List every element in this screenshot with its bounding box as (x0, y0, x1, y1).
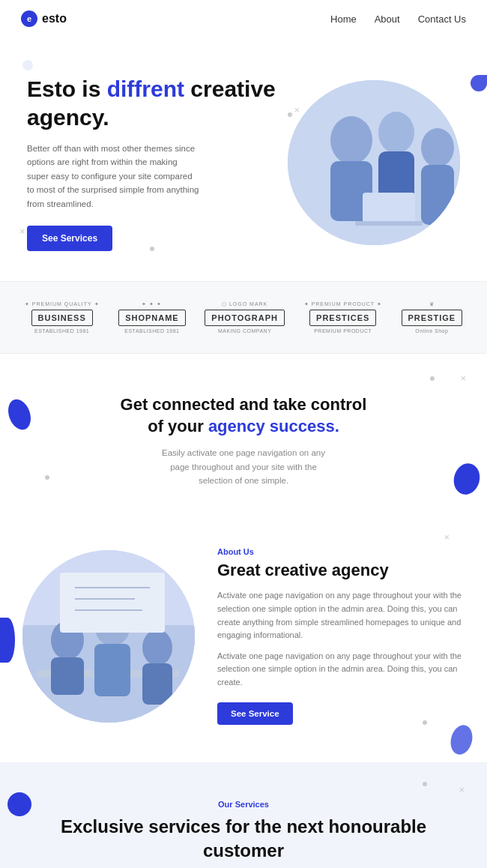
hero-cta-button[interactable]: See Services (27, 226, 112, 251)
svg-rect-7 (363, 193, 415, 223)
deco-dot-connect-2 (45, 475, 49, 480)
deco-x-services-1: × (459, 785, 465, 795)
brand-sub-1: ESTABLISHED 1981 (124, 328, 179, 334)
services-label: Our Services (22, 800, 465, 809)
svg-point-5 (421, 128, 454, 167)
svg-rect-8 (355, 221, 423, 226)
brand-name-3: PRESTICES (309, 310, 376, 326)
deco-blob-connect-right (450, 461, 483, 498)
navbar-logo[interactable]: e esto (21, 10, 67, 27)
deco-dot-services-1 (423, 782, 427, 786)
deco-blob-tr (471, 75, 487, 91)
deco-x-3: × (294, 105, 300, 115)
about-cta-button[interactable]: See Service (217, 702, 293, 725)
hero-section: × × × Esto is diffrent creative agency. … (0, 37, 487, 281)
about-content: About Us Great creative agency Activate … (217, 547, 465, 725)
services-title: Exclusive services for the next honourab… (22, 815, 465, 861)
hero-image (288, 80, 460, 245)
deco-blob-about-left (0, 618, 15, 663)
about-section: × About Us Great creative agency Activat… (0, 517, 487, 762)
about-desc-1: Activate one page navigation on any page… (217, 589, 465, 642)
connect-section: × Get connected and take control of your… (0, 354, 487, 517)
svg-rect-18 (60, 573, 165, 633)
connect-title: Get connected and take control of your a… (45, 394, 442, 437)
brand-name-4: PRESTIGE (402, 310, 463, 326)
svg-rect-13 (51, 657, 84, 695)
deco-x-2: × (19, 226, 25, 236)
about-title: Great creative agency (217, 561, 465, 580)
deco-blob-connect-left (4, 396, 35, 433)
svg-point-16 (142, 630, 172, 666)
brand-name-0: BUSINESS (31, 310, 93, 326)
brands-section: ✦ PREMIUM QUALITY ✦ BUSINESS ESTABLISHED… (0, 281, 487, 354)
about-image (22, 550, 195, 723)
brand-name-1: SHOPNAME (118, 310, 186, 326)
deco-blob-about-right (447, 723, 475, 758)
deco-dot-1 (288, 112, 292, 117)
brand-name-2: PHOTOGRAPH (205, 310, 285, 326)
brand-name: esto (42, 12, 67, 25)
deco-dot-connect-1 (430, 376, 435, 381)
connect-description: Easily activate one page navigation on a… (154, 446, 333, 487)
brand-sub-4: Online Shop (415, 328, 448, 334)
deco-x-connect-1: × (460, 373, 466, 383)
logo-icon: e (21, 10, 37, 27)
svg-rect-17 (142, 663, 172, 705)
about-label: About Us (217, 547, 465, 556)
brand-sub-3: PREMIUM PRODUCT (314, 328, 372, 334)
brand-shopname: ✦ ✦ ✦ SHOPNAME ESTABLISHED 1981 (118, 301, 186, 334)
brand-prestige: ♛ PRESTIGE Online Shop (402, 301, 463, 334)
deco-x-about-1: × (444, 532, 450, 542)
brand-sub-0: ESTABLISHED 1981 (34, 328, 89, 334)
deco-blob-tl (22, 60, 33, 70)
svg-point-3 (378, 112, 414, 154)
navbar-links: Home About Contact Us (330, 13, 466, 25)
deco-blob-services-tl (7, 792, 31, 816)
about-desc-2: Activate one page navigation on any page… (217, 650, 465, 690)
brand-business: ✦ PREMIUM QUALITY ✦ BUSINESS ESTABLISHED… (25, 301, 100, 334)
services-section: × Our Services Exclusive services for th… (0, 762, 487, 868)
hero-title: Esto is diffrent creative agency. (27, 75, 280, 131)
nav-about[interactable]: About (375, 13, 400, 25)
brand-sub-2: MAKING COMPANY (218, 328, 271, 334)
hero-image-placeholder (288, 80, 460, 245)
nav-home[interactable]: Home (330, 13, 357, 25)
hero-description: Better off than with most other themes s… (27, 142, 199, 211)
svg-point-1 (330, 116, 372, 164)
nav-contact[interactable]: Contact Us (418, 13, 466, 25)
hero-content: Esto is diffrent creative agency. Better… (27, 75, 280, 251)
brand-prestices: ✦ PREMIUM PRODUCT ✦ PRESTICES PREMIUM PR… (304, 301, 382, 334)
svg-rect-6 (421, 165, 454, 225)
svg-rect-15 (94, 644, 130, 696)
navbar: e esto Home About Contact Us (0, 0, 487, 37)
brand-photograph: ⬡ LOGO MARK PHOTOGRAPH MAKING COMPANY (205, 301, 285, 334)
